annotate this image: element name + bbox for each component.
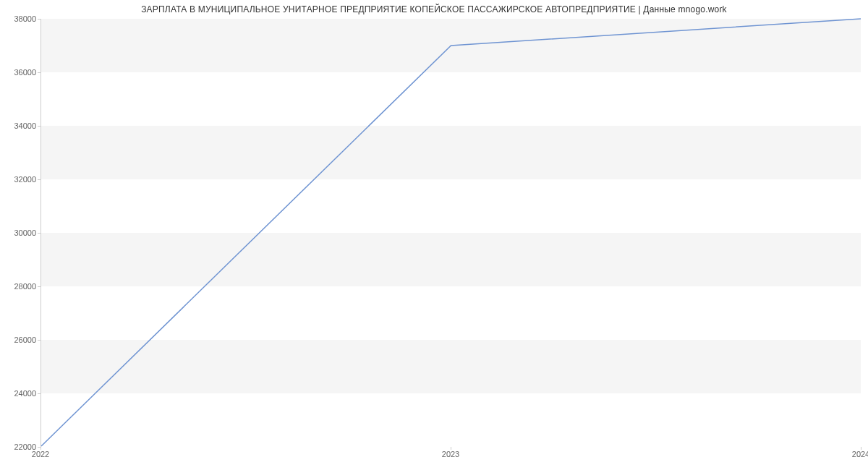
line-series <box>41 19 861 446</box>
y-tick-mark <box>38 19 41 20</box>
x-tick-mark <box>861 447 861 450</box>
y-tick-label: 26000 <box>4 336 36 344</box>
y-tick-label: 30000 <box>4 228 36 237</box>
y-tick-mark <box>38 340 41 341</box>
x-tick-mark <box>41 447 41 450</box>
y-tick-mark <box>38 179 41 180</box>
y-tick-mark <box>38 393 41 394</box>
y-tick-label: 32000 <box>4 175 36 184</box>
y-tick-mark <box>38 286 41 287</box>
x-tick-mark <box>451 447 451 450</box>
y-tick-label: 24000 <box>4 389 36 398</box>
y-tick-mark <box>38 72 41 73</box>
y-tick-label: 34000 <box>4 121 36 130</box>
salary-line-chart: ЗАРПЛАТА В МУНИЦИПАЛЬНОЕ УНИТАРНОЕ ПРЕДП… <box>0 0 868 470</box>
plot-area <box>41 19 861 447</box>
y-tick-label: 36000 <box>4 68 36 77</box>
y-tick-mark <box>38 126 41 127</box>
y-tick-mark <box>38 233 41 234</box>
x-tick-label: 2024 <box>852 450 868 458</box>
series-line <box>41 19 861 446</box>
y-tick-label: 38000 <box>4 14 36 23</box>
chart-title: ЗАРПЛАТА В МУНИЦИПАЛЬНОЕ УНИТАРНОЕ ПРЕДП… <box>0 4 868 14</box>
x-tick-label: 2023 <box>442 450 459 458</box>
y-tick-label: 28000 <box>4 282 36 291</box>
x-tick-label: 2022 <box>32 450 49 458</box>
